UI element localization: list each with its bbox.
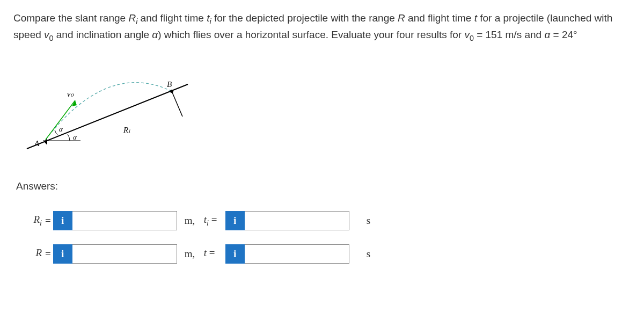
label-t: t = [204, 247, 225, 261]
input-group-ti: i [225, 211, 349, 230]
svg-line-4 [172, 91, 182, 117]
label-alpha2: α [73, 133, 77, 141]
info-icon[interactable]: i [225, 211, 245, 230]
label-v0: v₀ [67, 90, 74, 98]
info-icon[interactable]: i [225, 244, 245, 264]
answer-row-ri: Ri = i m, ti = i s [16, 211, 631, 230]
label-alpha1: α [59, 125, 63, 133]
label-B: B [167, 80, 172, 89]
label-ri: Ri [16, 214, 44, 228]
input-ti[interactable] [245, 211, 349, 230]
svg-line-0 [27, 84, 188, 149]
unit-m: m, [185, 248, 201, 260]
info-icon[interactable]: i [53, 244, 72, 264]
unit-s: s [367, 248, 383, 260]
label-A: A [34, 139, 40, 148]
svg-line-2 [46, 100, 75, 140]
answer-row-r: R = i m, t = i s [16, 244, 631, 264]
input-t[interactable] [245, 244, 349, 264]
info-icon[interactable]: i [53, 211, 72, 230]
input-ri[interactable] [72, 211, 177, 230]
label-r: R [16, 247, 44, 261]
label-ti: ti = [204, 214, 225, 228]
equals: = [45, 215, 51, 227]
input-group-r: i [53, 244, 177, 264]
question-text: Compare the slant range Ri and flight ti… [13, 11, 631, 44]
label-Ri: Rᵢ [123, 126, 130, 134]
equals: = [45, 248, 51, 260]
figure: A B v₀ α α Rᵢ [16, 55, 631, 164]
answers-heading: Answers: [16, 180, 631, 192]
input-group-t: i [225, 244, 349, 264]
unit-s: s [367, 215, 383, 227]
svg-point-5 [170, 90, 173, 93]
input-group-ri: i [53, 211, 177, 230]
unit-m: m, [185, 215, 201, 227]
input-r[interactable] [72, 244, 177, 264]
answer-rows: Ri = i m, ti = i s R = i m, t = i s [16, 211, 631, 264]
